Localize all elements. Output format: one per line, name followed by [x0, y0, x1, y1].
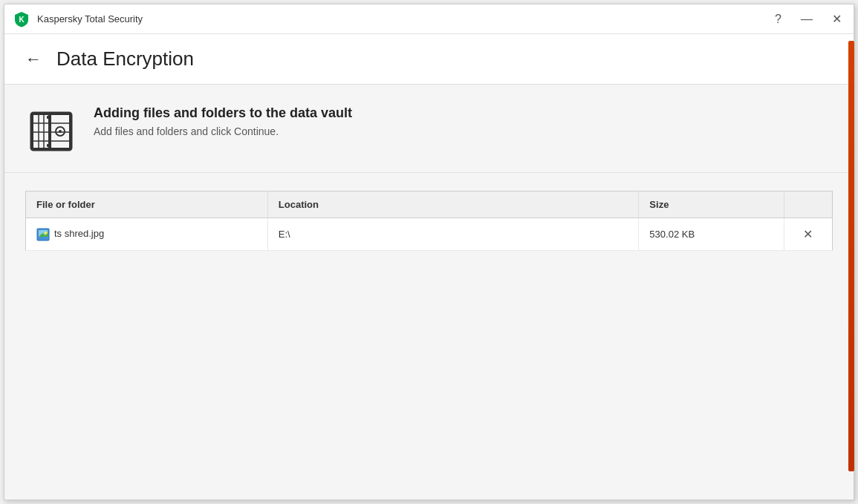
app-name: Kaspersky Total Security [37, 13, 772, 24]
cell-action: ✕ [784, 218, 832, 251]
back-button[interactable]: ← [25, 50, 42, 69]
cell-file-name: ts shred.jpg [26, 218, 268, 251]
file-name-text: ts shred.jpg [54, 228, 104, 239]
file-table: File or folder Location Size ts shred.jp… [25, 191, 833, 251]
cell-size: 530.02 KB [639, 218, 784, 251]
file-icon [36, 228, 50, 241]
title-bar: K Kaspersky Total Security ? — ✕ [4, 4, 854, 34]
page-title: Data Encryption [56, 48, 194, 71]
help-button[interactable]: ? [772, 12, 784, 27]
table-header-row: File or folder Location Size [26, 192, 833, 218]
info-section: Adding files and folders to the data vau… [4, 85, 854, 173]
remove-file-button[interactable]: ✕ [800, 226, 816, 243]
minimize-button[interactable]: — [798, 12, 816, 27]
cell-location: E:\ [267, 218, 639, 251]
table-row: ts shred.jpgE:\530.02 KB✕ [26, 218, 833, 251]
page-header: ← Data Encryption [4, 34, 854, 85]
vault-icon [25, 105, 77, 157]
info-text: Adding files and folders to the data vau… [94, 105, 352, 137]
info-heading: Adding files and folders to the data vau… [94, 105, 352, 121]
column-header-location: Location [267, 192, 639, 218]
svg-text:K: K [19, 16, 25, 24]
kaspersky-logo: K [13, 11, 30, 27]
info-subtext: Add files and folders and click Continue… [94, 125, 352, 137]
svg-rect-2 [33, 114, 49, 148]
table-area: File or folder Location Size ts shred.jp… [4, 173, 854, 500]
close-button[interactable]: ✕ [829, 12, 845, 27]
column-header-file: File or folder [26, 192, 268, 218]
svg-rect-15 [47, 144, 51, 147]
svg-rect-14 [47, 116, 51, 119]
window-controls: ? — ✕ [772, 12, 845, 27]
column-header-size: Size [639, 192, 784, 218]
right-accent-bar [848, 41, 854, 471]
svg-point-13 [59, 130, 62, 133]
column-header-action [784, 192, 832, 218]
